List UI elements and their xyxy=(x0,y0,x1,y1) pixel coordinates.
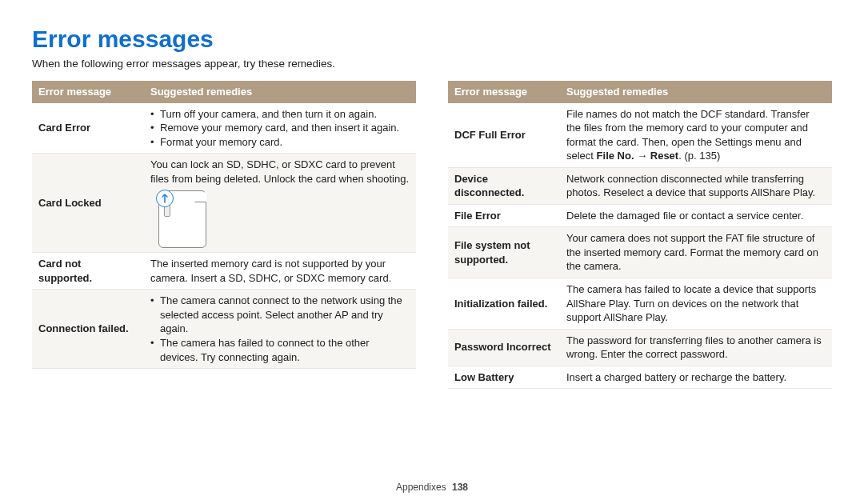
page-number: 138 xyxy=(452,482,468,493)
error-name: Card Locked xyxy=(32,154,144,253)
th-remedies: Suggested remedies xyxy=(560,81,832,103)
remedy-cell: The camera cannot connect to the network… xyxy=(144,290,416,369)
error-table-left: Error message Suggested remedies Card Er… xyxy=(32,81,416,369)
arrow-text: → xyxy=(634,150,650,162)
remedy-cell: Your camera does not support the FAT fil… xyxy=(560,227,832,278)
error-name: DCF Full Error xyxy=(448,103,560,168)
error-name: Card not supported. xyxy=(32,253,144,290)
remedy-item: The camera has failed to connect to the … xyxy=(150,336,410,364)
table-row: Device disconnected. Network connection … xyxy=(448,167,832,204)
table-row: Initialization failed. The camera has fa… xyxy=(448,278,832,330)
bold-text: Reset xyxy=(650,150,678,162)
error-name: Connection failed. xyxy=(32,290,144,369)
th-error: Error message xyxy=(448,81,560,103)
sd-card-icon xyxy=(158,190,206,248)
remedy-text: You can lock an SD, SDHC, or SDXC card t… xyxy=(150,158,409,185)
bold-text: File No. xyxy=(597,150,634,162)
remedy-item: Format your memory card. xyxy=(150,135,410,150)
table-row: Card Error Turn off your camera, and the… xyxy=(32,103,416,154)
table-row: DCF Full Error File names do not match t… xyxy=(448,103,832,168)
remedy-cell: Turn off your camera, and then turn it o… xyxy=(144,103,416,154)
th-error: Error message xyxy=(32,81,144,103)
remedy-cell: Insert a charged battery or recharge the… xyxy=(560,366,832,389)
table-row: Connection failed. The camera cannot con… xyxy=(32,290,416,369)
th-remedies: Suggested remedies xyxy=(144,81,416,103)
table-row: Low Battery Insert a charged battery or … xyxy=(448,366,832,389)
error-name: File Error xyxy=(448,204,560,227)
remedy-cell: The password for transferring files to a… xyxy=(560,329,832,366)
table-row: Card not supported. The inserted memory … xyxy=(32,253,416,290)
table-row: File Error Delete the damaged file or co… xyxy=(448,204,832,227)
error-name: Initialization failed. xyxy=(448,278,560,330)
remedy-text: . (p. 135) xyxy=(678,150,720,162)
remedy-cell: The camera has failed to locate a device… xyxy=(560,278,832,330)
remedy-item: Remove your memory card, and then insert… xyxy=(150,121,410,135)
error-name: Card Error xyxy=(32,103,144,154)
remedy-cell: The inserted memory card is not supporte… xyxy=(144,253,416,290)
remedy-item: The camera cannot connect to the network… xyxy=(150,294,410,336)
unlock-arrow-icon xyxy=(156,190,174,207)
remedy-cell: Network connection disconnected while tr… xyxy=(560,167,832,204)
error-name: File system not supported. xyxy=(448,227,560,278)
left-column: Error message Suggested remedies Card Er… xyxy=(32,81,416,389)
footer-section: Appendixes xyxy=(396,482,446,493)
table-row: Password Incorrect The password for tran… xyxy=(448,329,832,366)
error-name: Device disconnected. xyxy=(448,167,560,204)
table-row: File system not supported. Your camera d… xyxy=(448,227,832,278)
right-column: Error message Suggested remedies DCF Ful… xyxy=(448,81,832,389)
remedy-cell: You can lock an SD, SDHC, or SDXC card t… xyxy=(144,154,416,253)
error-name: Password Incorrect xyxy=(448,329,560,366)
page-title: Error messages xyxy=(32,26,832,53)
remedy-cell: File names do not match the DCF standard… xyxy=(560,103,832,168)
table-row: Card Locked You can lock an SD, SDHC, or… xyxy=(32,154,416,253)
error-table-right: Error message Suggested remedies DCF Ful… xyxy=(448,81,832,389)
intro-text: When the following error messages appear… xyxy=(32,58,832,70)
remedy-cell: Delete the damaged file or contact a ser… xyxy=(560,204,832,227)
error-name: Low Battery xyxy=(448,366,560,389)
page-footer: Appendixes 138 xyxy=(0,482,864,493)
remedy-item: Turn off your camera, and then turn it o… xyxy=(150,107,410,122)
sd-card-illustration xyxy=(150,190,410,248)
content-columns: Error message Suggested remedies Card Er… xyxy=(32,81,832,389)
